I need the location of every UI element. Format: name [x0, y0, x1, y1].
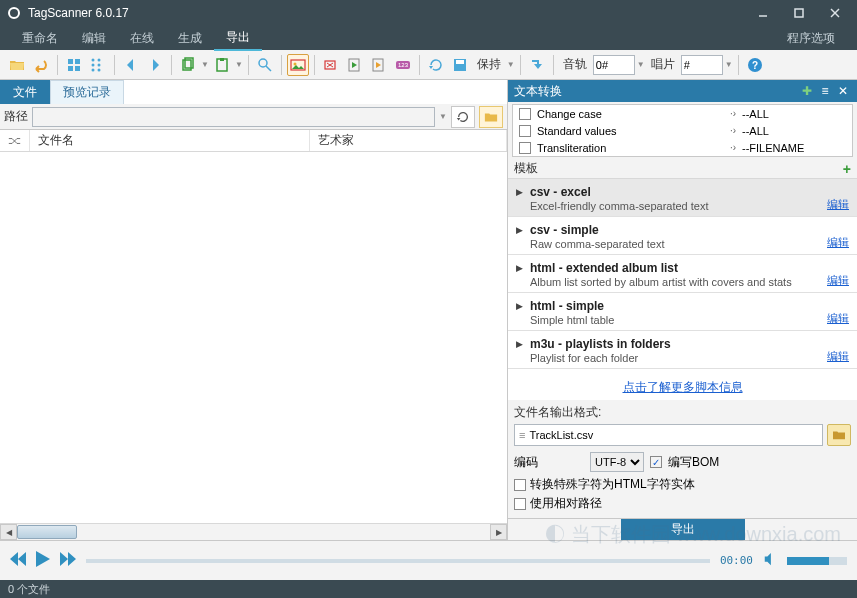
col-artist[interactable]: 艺术家: [310, 130, 507, 151]
template-item[interactable]: ▶ csv - simple Raw comma-separated text …: [508, 217, 857, 255]
col-shuffle[interactable]: [0, 130, 30, 151]
browse-path-button[interactable]: [479, 106, 503, 128]
escape-html-label: 转换特殊字符为HTML字符实体: [530, 476, 695, 493]
transform-checkbox[interactable]: [519, 125, 531, 137]
bom-checkbox[interactable]: ✓: [650, 456, 662, 468]
expand-icon[interactable]: ▶: [516, 263, 523, 273]
undo-button[interactable]: [30, 54, 52, 76]
template-title: csv - excel: [530, 185, 847, 199]
col-filename[interactable]: 文件名: [30, 130, 310, 151]
encoding-select[interactable]: UTF-8: [590, 452, 644, 472]
transform-checkbox[interactable]: [519, 142, 531, 154]
scroll-right-button[interactable]: ▶: [490, 524, 507, 540]
svg-rect-1: [795, 9, 803, 17]
help-button[interactable]: ?: [744, 54, 766, 76]
tab-preview[interactable]: 预览记录: [50, 80, 124, 104]
minimize-button[interactable]: [745, 1, 781, 25]
next-button[interactable]: [144, 54, 166, 76]
template-edit-link[interactable]: 编辑: [827, 197, 849, 212]
transforms-list: Change case ·› --ALL Standard values ·› …: [512, 104, 853, 157]
escape-html-checkbox[interactable]: [514, 479, 526, 491]
path-input[interactable]: [32, 107, 435, 127]
refresh-path-button[interactable]: [451, 106, 475, 128]
template-edit-link[interactable]: 编辑: [827, 349, 849, 364]
svg-rect-6: [68, 66, 73, 71]
filename-input[interactable]: ≡ TrackList.csv: [514, 424, 823, 446]
add-template-button[interactable]: +: [843, 161, 851, 177]
horizontal-scrollbar[interactable]: ◀ ▶: [0, 523, 507, 540]
template-item[interactable]: ▶ csv - excel Excel-friendly comma-separ…: [508, 179, 857, 217]
add-transform-icon[interactable]: ✚: [799, 83, 815, 99]
template-edit-link[interactable]: 编辑: [827, 311, 849, 326]
tab-files[interactable]: 文件: [0, 80, 50, 104]
template-title: html - simple: [530, 299, 847, 313]
template-edit-link[interactable]: 编辑: [827, 235, 849, 250]
path-label: 路径: [4, 108, 28, 125]
menu-online[interactable]: 在线: [118, 27, 166, 50]
open-folder-button[interactable]: [6, 54, 28, 76]
search-button[interactable]: [254, 54, 276, 76]
list-view-button[interactable]: [87, 54, 109, 76]
delete-tag-button[interactable]: [320, 54, 342, 76]
more-scripts-link[interactable]: 点击了解更多脚本信息: [508, 375, 857, 400]
player-progress[interactable]: [86, 559, 710, 563]
relative-path-checkbox[interactable]: [514, 498, 526, 510]
menu-bar: 重命名 编辑 在线 生成 导出 程序选项: [0, 26, 857, 50]
expand-icon[interactable]: ▶: [516, 225, 523, 235]
menu-rename[interactable]: 重命名: [10, 27, 70, 50]
template-edit-link[interactable]: 编辑: [827, 273, 849, 288]
grid-view-button[interactable]: [63, 54, 85, 76]
status-bar: 0 个文件: [0, 580, 857, 598]
export-button[interactable]: 导出: [621, 519, 745, 540]
transform-row[interactable]: Transliteration ·› --FILENAME: [513, 139, 852, 156]
template-item[interactable]: ▶ m3u - playlists in folders Playlist fo…: [508, 331, 857, 369]
track-combo[interactable]: [593, 55, 635, 75]
menu-generate[interactable]: 生成: [166, 27, 214, 50]
close-panel-icon[interactable]: ✕: [835, 83, 851, 99]
expand-icon[interactable]: ▶: [516, 339, 523, 349]
transform-value: --ALL: [742, 125, 852, 137]
menu-settings[interactable]: 程序选项: [775, 27, 847, 50]
scroll-left-button[interactable]: ◀: [0, 524, 17, 540]
encoding-label: 编码: [514, 454, 538, 471]
template-desc: Excel-friendly comma-separated text: [530, 200, 847, 212]
disc-label: 唱片: [647, 56, 679, 73]
refresh-tag-button[interactable]: [425, 54, 447, 76]
expand-icon[interactable]: ▶: [516, 187, 523, 197]
export-tb-button[interactable]: [526, 54, 548, 76]
transform-row[interactable]: Standard values ·› --ALL: [513, 122, 852, 139]
counter-button[interactable]: 123: [392, 54, 414, 76]
menu-edit[interactable]: 编辑: [70, 27, 118, 50]
queue-file-button[interactable]: [368, 54, 390, 76]
template-item[interactable]: ▶ html - simple Simple html table 编辑: [508, 293, 857, 331]
template-item[interactable]: ▶ html - extended album list Album list …: [508, 255, 857, 293]
player-next-button[interactable]: [60, 552, 76, 569]
collapse-icon[interactable]: ≡: [817, 83, 833, 99]
transform-checkbox[interactable]: [519, 108, 531, 120]
player-play-button[interactable]: [36, 551, 50, 570]
close-button[interactable]: [817, 1, 853, 25]
browse-output-button[interactable]: [827, 424, 851, 446]
save-tag-button[interactable]: [449, 54, 471, 76]
menu-export[interactable]: 导出: [214, 26, 262, 51]
path-bar: 路径 ▼: [0, 104, 507, 130]
player-prev-button[interactable]: [10, 552, 26, 569]
scroll-thumb[interactable]: [17, 525, 77, 539]
transform-row[interactable]: Change case ·› --ALL: [513, 105, 852, 122]
disc-combo[interactable]: [681, 55, 723, 75]
copy-button[interactable]: [177, 54, 199, 76]
prev-button[interactable]: [120, 54, 142, 76]
image-button[interactable]: [287, 54, 309, 76]
play-file-button[interactable]: [344, 54, 366, 76]
bom-label: 编写BOM: [668, 454, 719, 471]
left-tabs: 文件 预览记录: [0, 80, 507, 104]
svg-point-13: [98, 68, 101, 71]
mute-icon[interactable]: [763, 552, 777, 569]
file-grid-body[interactable]: [0, 152, 507, 523]
relative-path-label: 使用相对路径: [530, 495, 602, 512]
paste-button[interactable]: [211, 54, 233, 76]
expand-icon[interactable]: ▶: [516, 301, 523, 311]
maximize-button[interactable]: [781, 1, 817, 25]
keep-label: 保持: [473, 56, 505, 73]
volume-slider[interactable]: [787, 557, 847, 565]
